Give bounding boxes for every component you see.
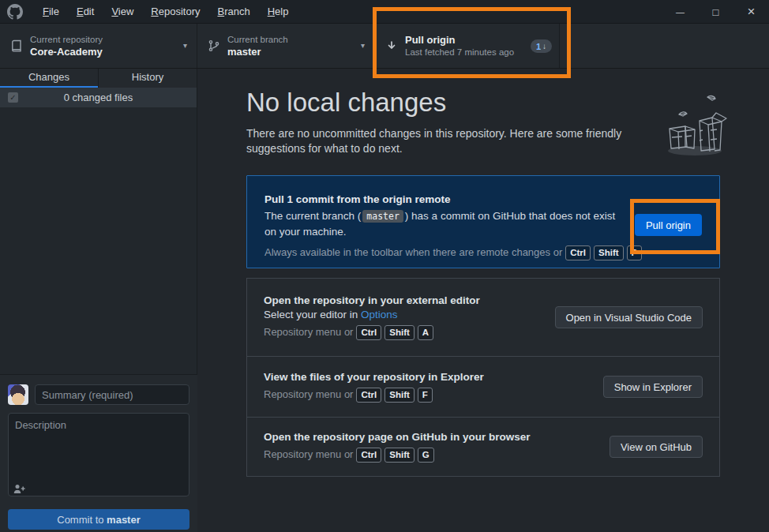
current-repository-label: Current repository [30,34,103,46]
commit-to-master-button[interactable]: Commit to master [8,509,189,530]
current-branch-value: master [227,46,288,58]
suggestion-title: View the files of your repository in Exp… [264,371,484,383]
suggestion-hint: Repository menu orCtrlShiftF [264,388,484,403]
suggestion-view-on-github: Open the repository page on GitHub in yo… [246,417,720,477]
show-in-explorer-button[interactable]: Show in Explorer [603,376,703,398]
page-subtitle: There are no uncommitted changes in this… [246,126,651,156]
description-textarea[interactable] [8,413,189,496]
current-branch-dropdown[interactable]: Current branch master ▾ [197,24,375,68]
badge-arrow-down-icon: ↓ [542,42,546,51]
titlebar: File Edit View Repository Branch Help — … [0,0,769,24]
key-g: G [418,448,434,463]
suggestion-hint: Repository menu orCtrlShiftA [264,325,480,340]
window-controls: — □ × [662,0,769,24]
sidebar-tabs: Changes History [0,69,197,88]
minimize-button[interactable]: — [662,0,698,24]
github-logo-icon [7,4,23,20]
chevron-down-icon: ▾ [361,41,365,50]
suggestion-title: Open the repository in your external edi… [264,294,480,306]
suggestions-list: Open the repository in your external edi… [246,278,720,477]
behind-commits-badge: 1 ↓ [531,39,552,53]
pull-card-hint: Always available in the toolbar when the… [264,245,719,260]
menu-edit[interactable]: Edit [68,0,103,23]
key-f: F [418,388,433,403]
add-coauthor-icon[interactable] [13,484,25,494]
sidebar: Changes History ✓ 0 changed files Commit… [0,69,197,532]
pull-card-body: The current branch (master) has a commit… [264,208,624,240]
menu-view[interactable]: View [103,0,142,23]
suggestion-line2: Select your editor in Options [264,309,480,320]
key-shift: Shift [594,245,624,260]
repo-icon [10,39,23,52]
close-button[interactable]: × [733,0,769,24]
pull-origin-title: Pull origin [405,34,514,47]
options-link[interactable]: Options [361,309,398,320]
badge-count: 1 [536,42,541,51]
pull-origin-subtitle: Last fetched 7 minutes ago [405,47,514,58]
tab-changes[interactable]: Changes [0,69,98,88]
no-changes-illustration [658,91,731,157]
changed-files-count: 0 changed files [64,92,133,103]
summary-input[interactable] [35,384,189,405]
view-on-github-button[interactable]: View on GitHub [610,436,703,458]
key-shift: Shift [384,448,415,463]
changed-files-row[interactable]: ✓ 0 changed files [0,88,197,107]
page-title: No local changes [246,88,446,118]
key-ctrl: Ctrl [356,325,381,340]
key-ctrl: Ctrl [356,388,381,403]
pull-commit-card: Pull 1 commit from the origin remote The… [246,175,720,268]
branch-name-chip: master [362,210,403,223]
menu-repository[interactable]: Repository [142,0,208,23]
main-content: No local changes There are no uncommitte… [198,69,769,532]
pull-origin-button[interactable]: Pull origin [635,214,702,236]
key-a: A [418,325,433,340]
current-branch-label: Current branch [227,34,288,46]
current-repository-value: Core-Academy [30,46,103,58]
suggestion-hint: Repository menu orCtrlShiftG [264,448,531,463]
maximize-button[interactable]: □ [698,0,733,24]
current-repository-dropdown[interactable]: Current repository Core-Academy ▾ [0,24,197,68]
suggestion-show-in-explorer: View the files of your repository in Exp… [246,356,720,418]
pull-origin-toolbar-button[interactable]: Pull origin Last fetched 7 minutes ago 1… [375,24,560,68]
pull-card-title: Pull 1 commit from the origin remote [264,193,719,205]
avatar [8,384,28,405]
key-shift: Shift [384,388,415,403]
git-branch-icon [208,39,220,52]
tab-history[interactable]: History [98,69,197,88]
key-p: P [627,245,643,260]
key-ctrl: Ctrl [356,448,381,463]
menu-file[interactable]: File [34,0,68,23]
key-ctrl: Ctrl [565,245,591,260]
key-shift: Shift [384,325,415,340]
arrow-down-icon [385,39,398,52]
suggestion-external-editor: Open the repository in your external edi… [246,278,720,357]
select-all-checkbox[interactable]: ✓ [8,92,18,103]
toolbar: Current repository Core-Academy ▾ Curren… [0,24,769,69]
menu-help[interactable]: Help [259,0,298,23]
menu-branch[interactable]: Branch [208,0,258,23]
open-in-vscode-button[interactable]: Open in Visual Studio Code [555,306,703,328]
menu-bar: File Edit View Repository Branch Help [34,0,297,23]
github-desktop-window: File Edit View Repository Branch Help — … [0,0,769,532]
chevron-down-icon: ▾ [183,41,187,50]
suggestion-title: Open the repository page on GitHub in yo… [264,431,531,443]
commit-panel: Commit to master [0,374,197,532]
